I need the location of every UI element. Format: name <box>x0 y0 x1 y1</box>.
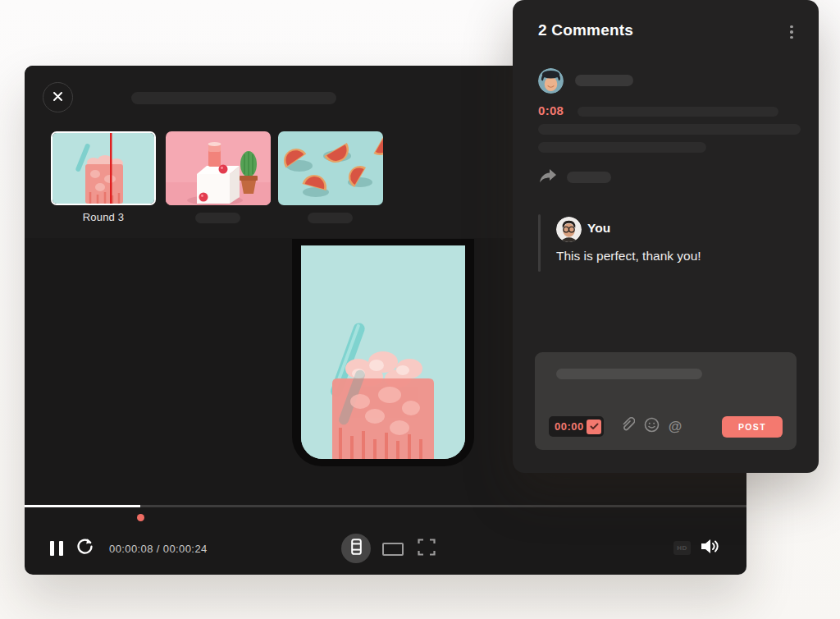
loop-button[interactable] <box>75 539 94 557</box>
hd-quality-badge[interactable]: HD <box>673 541 691 555</box>
emoji-button[interactable] <box>643 418 660 435</box>
share-arrow-icon <box>538 172 557 186</box>
comment-text-placeholder <box>538 124 801 135</box>
time-display: 00:00:08 / 00:00:24 <box>109 543 208 555</box>
thumbnail-label-placeholder <box>308 213 353 223</box>
fullscreen-button[interactable] <box>418 540 436 557</box>
comment-timestamp[interactable]: 0:08 <box>538 103 564 117</box>
mention-icon: @ <box>669 419 682 435</box>
thumbnail-version-2[interactable] <box>166 131 271 205</box>
reply-share-button[interactable] <box>538 168 557 184</box>
comments-panel: 2 Comments 0:08 <box>513 0 819 473</box>
reply-action-placeholder <box>567 172 611 183</box>
timestamp-chip-value: 00:00 <box>555 420 584 433</box>
mention-button[interactable]: @ <box>667 418 683 435</box>
attachment-icon <box>620 416 635 437</box>
post-button[interactable]: POST <box>722 416 783 438</box>
thread-indicator-line <box>538 214 541 272</box>
volume-button[interactable] <box>699 539 722 557</box>
close-icon <box>52 90 63 105</box>
thumbnail-round-3[interactable] <box>51 131 156 205</box>
playhead-line <box>110 133 112 204</box>
thumbnail-label-round-3: Round 3 <box>51 211 156 223</box>
phone-orientation-icon <box>351 539 362 558</box>
comment-composer[interactable]: 00:00 @ P <box>535 352 797 450</box>
emoji-icon <box>644 417 660 436</box>
comments-menu-button[interactable] <box>786 23 797 41</box>
comments-panel-title: 2 Comments <box>538 21 633 39</box>
thumbnail-label-placeholder <box>195 213 240 223</box>
landscape-view-button[interactable] <box>382 543 404 556</box>
close-button[interactable] <box>43 82 73 112</box>
volume-icon <box>700 537 721 559</box>
reply-text: This is perfect, thank you! <box>556 249 701 264</box>
fullscreen-icon <box>418 539 436 559</box>
comment-marker-dot[interactable] <box>137 514 144 521</box>
reply-author: You <box>587 221 610 236</box>
progress-fill <box>25 505 140 507</box>
video-title-placeholder <box>131 92 336 104</box>
attach-file-button[interactable] <box>619 418 636 435</box>
timestamp-chip[interactable]: 00:00 <box>549 416 604 437</box>
commenter-name-placeholder <box>575 75 633 86</box>
composer-input-placeholder <box>556 369 702 379</box>
loop-icon <box>75 537 94 559</box>
portrait-view-button[interactable] <box>341 534 371 563</box>
thumbnail-version-2-image <box>166 131 271 205</box>
thumbnail-version-3-image <box>278 131 383 205</box>
thumbnail-round-3-image <box>52 133 154 204</box>
thumbnail-version-3[interactable] <box>278 131 383 205</box>
comment-text-placeholder <box>538 142 706 153</box>
reply-avatar[interactable] <box>556 217 582 242</box>
progress-bar[interactable] <box>25 505 746 507</box>
video-frame <box>301 245 465 459</box>
timestamp-checkbox[interactable] <box>587 420 601 434</box>
comment-text-placeholder <box>578 107 778 117</box>
commenter-avatar[interactable] <box>538 68 564 94</box>
phone-mockup <box>292 239 474 466</box>
pause-button[interactable] <box>49 541 63 556</box>
